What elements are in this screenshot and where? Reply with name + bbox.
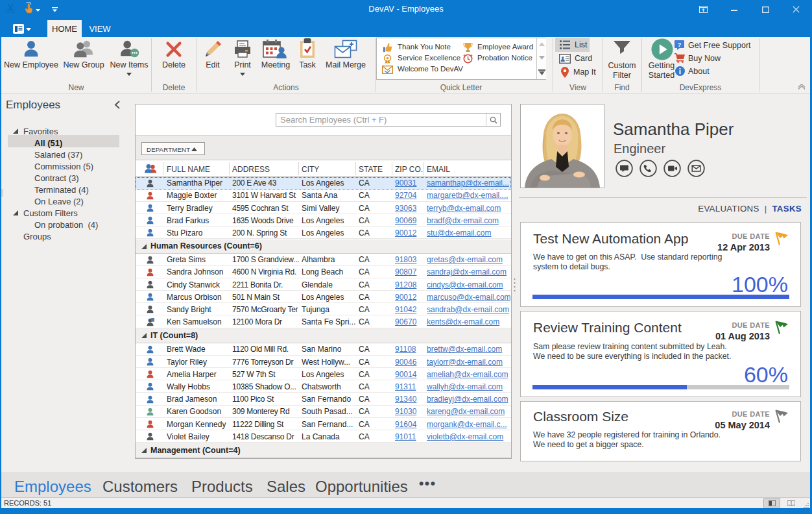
svg-text:?: ?	[678, 41, 682, 48]
